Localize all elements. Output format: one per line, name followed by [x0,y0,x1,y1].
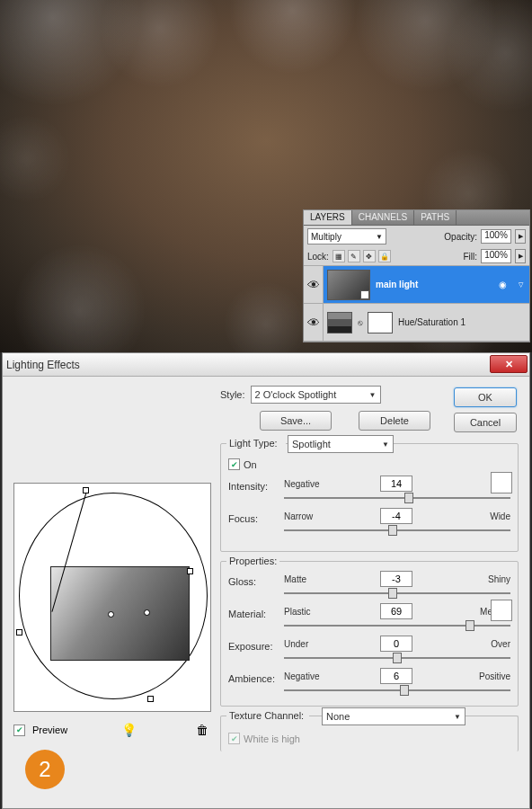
layer-thumbnail[interactable] [327,270,370,300]
slider-thumb[interactable] [388,588,397,599]
step-badge: 2 [25,750,65,789]
style-select[interactable]: 2 O'clock Spotlight ▼ [251,386,381,404]
light-center-handle[interactable] [108,611,114,618]
dropdown-arrow-icon: ▼ [454,713,461,721]
on-checkbox[interactable]: ✔ [228,458,240,470]
fill-label: Fill: [463,252,477,262]
adjustment-thumbnail[interactable] [327,312,352,333]
slider-track[interactable] [284,529,510,531]
blend-mode-select[interactable]: Multiply ▼ [307,228,386,244]
lock-image-icon[interactable]: ✎ [348,250,360,262]
texture-channel-select[interactable]: None ▼ [322,707,466,725]
slider-track[interactable] [284,657,510,659]
slider-thumb[interactable] [404,493,413,503]
slider-thumb[interactable] [400,685,409,696]
cancel-button[interactable]: Cancel [454,413,517,432]
slider-track[interactable] [284,625,510,627]
slider-track[interactable] [284,497,510,499]
delete-light-icon[interactable]: 🗑 [193,721,211,739]
ambience-input[interactable] [380,668,412,684]
close-button[interactable]: ✕ [490,355,528,373]
opacity-label: Opacity: [444,232,477,242]
style-value: 2 O'clock Spotlight [255,389,337,400]
layers-panel: LAYERS CHANNELS PATHS Multiply ▼ Opacity… [303,209,530,342]
slider-min-label: Negative [284,671,325,681]
layer-row[interactable]: 👁 ⎋ Hue/Saturation 1 [304,304,529,342]
intensity-slider: Intensity: Negative Full [228,476,510,499]
dialog-title: Lighting Effects [6,359,80,371]
slider-name: Focus: [228,513,280,524]
lock-position-icon[interactable]: ✥ [363,250,376,262]
light-handle[interactable] [83,487,89,493]
slider-thumb[interactable] [466,620,474,631]
texture-channel-group: Texture Channel: None ▼ ✔ White is high [220,716,519,751]
dropdown-arrow-icon: ▼ [382,440,389,449]
lock-transparency-icon[interactable]: ▦ [332,250,345,262]
layer-name[interactable]: main light [376,280,418,289]
light-handle[interactable] [147,696,154,702]
slider-name: Gloss: [228,576,280,587]
slider-track[interactable] [284,689,510,691]
lock-label: Lock: [307,252,329,262]
effects-expand-icon[interactable]: ▽ [515,278,526,292]
tab-paths[interactable]: PATHS [414,210,457,225]
delete-style-button[interactable]: Delete [359,411,430,431]
light-handle[interactable] [187,568,193,574]
slider-max-label: Positive [467,671,510,681]
link-icon[interactable]: ⎋ [358,318,362,327]
opacity-input[interactable]: 100% [481,229,511,244]
layer-style-icon[interactable]: ◉ [495,280,510,289]
light-type-group: Light Type: Spotlight ▼ ✔ On Intensity: … [220,443,519,552]
slider-min-label: Narrow [284,511,325,521]
light-type-value: Spotlight [292,439,331,449]
tab-layers[interactable]: LAYERS [304,210,352,225]
gloss-input[interactable] [380,571,412,587]
ambient-color-swatch[interactable] [491,600,512,621]
slider-min-label: Matte [284,574,325,584]
ok-button[interactable]: OK [454,387,517,407]
blend-mode-value: Multiply [311,232,341,242]
save-style-button[interactable]: Save... [260,411,332,431]
dialog-titlebar[interactable]: Lighting Effects ✕ [3,353,529,377]
layer-row[interactable]: 👁 main light ◉ ▽ [304,266,529,304]
slider-thumb[interactable] [393,653,402,663]
slider-name: Material: [228,609,280,619]
light-color-swatch[interactable] [491,472,512,493]
white-high-label: White is high [244,733,300,744]
material-slider: Material: Plastic Metallic [228,603,510,627]
fill-input[interactable]: 100% [481,249,511,263]
exposure-input[interactable] [380,636,412,652]
light-handle[interactable] [144,609,150,616]
visibility-eye-icon[interactable]: 👁 [304,304,324,341]
focus-input[interactable] [380,508,412,524]
fill-flyout-icon[interactable]: ▶ [515,249,526,263]
dropdown-arrow-icon: ▼ [369,391,377,399]
exposure-slider: Exposure: Under Over [228,636,510,659]
material-input[interactable] [380,603,412,619]
lighting-effects-dialog: Lighting Effects ✕ ✔ Preview 💡 🗑 [2,352,530,809]
light-handle[interactable] [16,629,22,636]
slider-name: Exposure: [228,641,280,652]
preview-checkbox[interactable]: ✔ [13,725,25,736]
white-high-checkbox: ✔ [228,733,240,744]
intensity-input[interactable] [380,476,412,492]
slider-thumb[interactable] [388,525,397,536]
preview-label: Preview [32,725,67,735]
slider-min-label: Negative [284,479,325,489]
new-light-icon[interactable]: 💡 [120,721,137,739]
opacity-flyout-icon[interactable]: ▶ [515,229,526,244]
lock-all-icon[interactable]: 🔒 [378,250,391,262]
gloss-slider: Gloss: Matte Shiny [228,571,510,594]
layer-mask-thumbnail[interactable] [368,312,393,333]
slider-max-label: Shiny [467,574,510,584]
layer-name[interactable]: Hue/Saturation 1 [398,317,466,327]
tab-channels[interactable]: CHANNELS [352,210,414,225]
light-type-select[interactable]: Spotlight ▼ [288,435,394,453]
focus-slider: Focus: Narrow Wide [228,508,510,531]
slider-track[interactable] [284,592,510,594]
slider-min-label: Under [284,639,325,649]
visibility-eye-icon[interactable]: 👁 [304,266,324,303]
lighting-preview[interactable] [13,483,211,712]
light-type-label: Light Type: [226,438,286,449]
slider-min-label: Plastic [284,607,325,617]
